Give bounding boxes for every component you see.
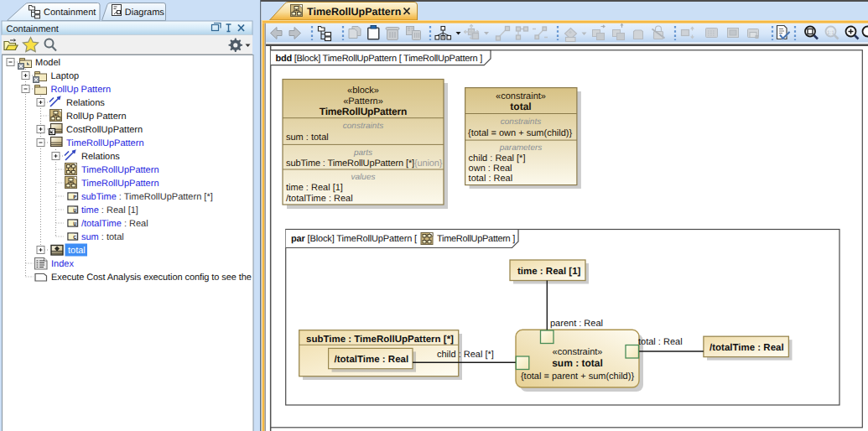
svg-text:RollUp Pattern: RollUp Pattern bbox=[51, 85, 112, 95]
svg-text:U: U bbox=[73, 221, 76, 227]
svg-text:/totalTime : Real: /totalTime : Real bbox=[286, 194, 353, 204]
svg-text:Containment: Containment bbox=[7, 24, 59, 34]
svg-text:CostRollUpPattern: CostRollUpPattern bbox=[66, 125, 143, 135]
svg-text:TimeRollUpPattern: TimeRollUpPattern bbox=[66, 138, 144, 148]
svg-text:constraints: constraints bbox=[343, 122, 383, 131]
svg-text:parent : Real: parent : Real bbox=[550, 319, 603, 329]
svg-text:total : Real: total : Real bbox=[638, 337, 683, 347]
svg-text:C: C bbox=[73, 235, 76, 241]
svg-text:TimeRollUpPattern: TimeRollUpPattern bbox=[320, 106, 407, 117]
svg-text:Laptop: Laptop bbox=[51, 71, 80, 81]
svg-text:{total = parent + sum(child)}: {total = parent + sum(child)} bbox=[521, 371, 634, 382]
svg-text:total : Real: total : Real bbox=[469, 174, 513, 184]
svg-text:own : Real: own : Real bbox=[469, 164, 512, 174]
svg-text:TimeRollUpPattern: TimeRollUpPattern bbox=[81, 179, 159, 189]
svg-text:«constraint»: «constraint» bbox=[496, 91, 546, 101]
svg-text:P: P bbox=[73, 195, 76, 200]
svg-text:parts: parts bbox=[353, 148, 372, 158]
svg-text:sum : total: sum : total bbox=[286, 132, 329, 143]
svg-text:TimeRollUpPattern ]: TimeRollUpPattern ] bbox=[437, 234, 515, 244]
svg-text:TimeRollUpPattern: TimeRollUpPattern bbox=[307, 6, 401, 18]
svg-text:«Pattern»: «Pattern» bbox=[343, 96, 383, 106]
svg-text:U: U bbox=[73, 208, 76, 214]
svg-text:child : Real [*]: child : Real [*] bbox=[469, 153, 526, 164]
svg-text:1:1: 1:1 bbox=[827, 30, 834, 36]
svg-text:Relations: Relations bbox=[81, 152, 120, 162]
svg-text:TimeRollUpPattern: TimeRollUpPattern bbox=[81, 165, 159, 175]
svg-text:Index: Index bbox=[51, 259, 74, 269]
svg-text:{total = own + sum(child)}: {total = own + sum(child)} bbox=[468, 128, 572, 138]
svg-text:Diagrams: Diagrams bbox=[125, 8, 165, 18]
svg-text:/totalTime : Real: /totalTime : Real bbox=[335, 355, 409, 365]
svg-text:child : Real [*]: child : Real [*] bbox=[437, 350, 494, 360]
svg-text:subTime : TimeRollUpPattern [*: subTime : TimeRollUpPattern [*] bbox=[81, 192, 213, 202]
svg-text:«block»: «block» bbox=[347, 86, 379, 96]
svg-text:par [Block] TimeRollUpPattern: par [Block] TimeRollUpPattern [ bbox=[291, 234, 417, 244]
svg-text:RollUp Pattern: RollUp Pattern bbox=[66, 112, 127, 122]
svg-text:total: total bbox=[68, 246, 86, 256]
svg-text:Containment: Containment bbox=[44, 8, 96, 18]
svg-text:Relations: Relations bbox=[66, 98, 105, 108]
svg-text:subTime : TimeRollUpPattern [*: subTime : TimeRollUpPattern [*]{union} bbox=[286, 158, 443, 169]
svg-text:Execute Cost Analysis executio: Execute Cost Analysis execution config t… bbox=[51, 273, 252, 283]
svg-text:/totalTime : Real: /totalTime : Real bbox=[81, 219, 148, 229]
svg-text:total: total bbox=[510, 101, 531, 112]
svg-text:time : Real [1]: time : Real [1] bbox=[81, 205, 138, 216]
svg-text:parameters: parameters bbox=[499, 143, 543, 153]
svg-text:Model: Model bbox=[35, 58, 60, 68]
svg-text:values: values bbox=[351, 173, 376, 182]
svg-text:/totalTime : Real: /totalTime : Real bbox=[709, 343, 784, 353]
svg-text:time : Real [1]: time : Real [1] bbox=[517, 267, 581, 277]
svg-text:sum : total: sum : total bbox=[81, 232, 124, 242]
svg-text:constraints: constraints bbox=[501, 117, 541, 127]
svg-text:time : Real [1]: time : Real [1] bbox=[286, 183, 343, 193]
svg-text:sum : total: sum : total bbox=[552, 357, 603, 369]
svg-text:«constraint»: «constraint» bbox=[553, 347, 603, 357]
svg-text:bdd [Block] TimeRollUpPattern: bdd [Block] TimeRollUpPattern [ TimeRoll… bbox=[276, 54, 483, 64]
svg-text:subTime : TimeRollUpPattern [*: subTime : TimeRollUpPattern [*] bbox=[306, 335, 454, 345]
